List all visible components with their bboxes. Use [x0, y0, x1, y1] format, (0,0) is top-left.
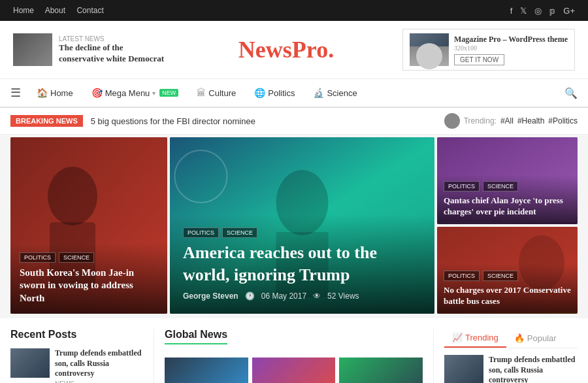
- top-bar: Home About Contact f 𝕏 ◎ 𝕡 G+: [0, 0, 588, 21]
- hero-left-overlay: POLITICS SCIENCE South Korea's Moon Jae-…: [10, 243, 167, 314]
- new-badge: NEW: [159, 89, 178, 97]
- twitter-icon[interactable]: 𝕏: [520, 6, 527, 16]
- nav-science-label: Science: [327, 88, 357, 98]
- nav-home[interactable]: 🏠 Home: [27, 78, 82, 107]
- social-icons: f 𝕏 ◎ 𝕡 G+: [510, 6, 575, 16]
- trending-tag-politics[interactable]: #Politics: [548, 116, 578, 125]
- trend-tabs: 📈 Trending 🔥 Popular: [444, 329, 578, 348]
- trending-tab-icon: 📈: [452, 333, 463, 342]
- nav-science[interactable]: 🔬 Science: [304, 78, 366, 107]
- hamburger-menu[interactable]: ☰: [10, 86, 21, 100]
- trend-item[interactable]: Trump defends embattled son, calls Russi…: [444, 355, 578, 383]
- latest-title: The decline of the conservative white De…: [59, 42, 170, 65]
- recent-thumb: [10, 348, 50, 378]
- latest-label: Latest News: [59, 35, 170, 42]
- nav-mega-label: Mega Menu: [105, 88, 150, 98]
- science-icon: 🔬: [313, 88, 324, 98]
- hero-center-tag-science[interactable]: SCIENCE: [222, 227, 257, 238]
- ad-image: [410, 33, 449, 66]
- global-news-title: Global News: [165, 329, 227, 344]
- hero-right-bottom-title: No charges over 2017 Conservative battle…: [444, 285, 571, 307]
- recent-item-title: Trump defends embattled son, calls Russi…: [55, 348, 143, 379]
- article-views: 52 Views: [327, 291, 359, 301]
- site-logo[interactable]: NewsPro.: [238, 36, 334, 63]
- hero-center-card[interactable]: POLITICS SCIENCE America reaches out to …: [170, 137, 434, 314]
- global-news-images: [165, 358, 423, 383]
- article-author: George Steven: [183, 291, 238, 301]
- trending-tab-label: Trending: [465, 333, 498, 342]
- ad-title: Magazine Pro – WordPress theme: [454, 35, 568, 44]
- ad-text: Magazine Pro – WordPress theme 320x100 G…: [454, 35, 568, 65]
- global-img-2[interactable]: [252, 358, 336, 383]
- hero-right-cards: POLITICS SCIENCE Qantas chief Alan Joyce…: [437, 137, 578, 314]
- nav-contact-link[interactable]: Contact: [76, 6, 103, 15]
- hero-right-bottom-tag-science[interactable]: SCIENCE: [483, 271, 518, 281]
- pinterest-icon[interactable]: 𝕡: [549, 6, 555, 16]
- breaking-text: 5 big questions for the FBI director nom…: [91, 116, 444, 126]
- popular-tab-label: Popular: [527, 333, 557, 343]
- header-ad: Magazine Pro – WordPress theme 320x100 G…: [402, 29, 575, 71]
- hero-center-meta: George Steven 🕐 06 May 2017 👁 52 Views: [183, 291, 421, 301]
- nav-items: 🏠 Home 🎯 Mega Menu ▾ NEW 🏛 Culture 🌐 Pol…: [27, 78, 564, 107]
- recent-item[interactable]: Trump defends embattled son, calls Russi…: [10, 348, 143, 383]
- article-date-icon: 🕐: [245, 291, 255, 301]
- instagram-icon[interactable]: ◎: [534, 6, 542, 16]
- nav-mega-menu[interactable]: 🎯 Mega Menu ▾ NEW: [82, 78, 188, 107]
- tab-trending[interactable]: 📈 Trending: [444, 329, 506, 348]
- hero-center-tags: POLITICS SCIENCE: [183, 227, 421, 238]
- trend-thumb: [444, 355, 483, 383]
- latest-news-box: Latest News The decline of the conservat…: [59, 35, 170, 65]
- trending-bar: Trending: #All #Health #Politics: [444, 113, 578, 129]
- hero-right-bottom-overlay: POLITICS SCIENCE No charges over 2017 Co…: [437, 264, 578, 314]
- hero-right-top-card[interactable]: POLITICS SCIENCE Qantas chief Alan Joyce…: [437, 137, 578, 224]
- trending-tag-health[interactable]: #Health: [517, 116, 544, 125]
- nav-politics-label: Politics: [268, 88, 295, 98]
- search-button[interactable]: 🔍: [564, 87, 578, 99]
- recent-info: Trump defends embattled son, calls Russi…: [55, 348, 143, 383]
- trending-tag-all[interactable]: #All: [500, 116, 514, 125]
- ad-button[interactable]: GET IT NOW: [454, 54, 504, 65]
- hero-section: POLITICS SCIENCE South Korea's Moon Jae-…: [0, 135, 588, 316]
- nav-about-link[interactable]: About: [45, 6, 65, 15]
- culture-icon: 🏛: [197, 88, 206, 98]
- logo-dot: .: [328, 37, 334, 63]
- recent-item-category: NEWS: [55, 380, 143, 383]
- hero-left-title: South Korea's Moon Jae-in sworn in vowin…: [20, 267, 158, 305]
- svg-point-1: [48, 167, 97, 225]
- hero-right-top-tag-politics[interactable]: POLITICS: [444, 181, 480, 192]
- mega-menu-icon: 🎯: [91, 88, 103, 98]
- nav-home-link[interactable]: Home: [13, 6, 34, 15]
- trend-item-title: Trump defends embattled son, calls Russi…: [489, 355, 578, 383]
- facebook-icon[interactable]: f: [510, 6, 513, 16]
- hero-right-top-tags: POLITICS SCIENCE: [444, 181, 571, 192]
- hero-right-top-title: Qantas chief Alan Joyce 'to press charge…: [444, 195, 571, 218]
- nav-politics[interactable]: 🌐 Politics: [245, 78, 304, 107]
- hero-center-title: America reaches out to the world, ignori…: [183, 242, 421, 286]
- nav-culture[interactable]: 🏛 Culture: [188, 78, 245, 107]
- popular-tab-icon: 🔥: [514, 333, 525, 343]
- hero-center-overlay: POLITICS SCIENCE America reaches out to …: [170, 214, 434, 314]
- googleplus-icon[interactable]: G+: [563, 6, 575, 16]
- recent-posts-section: Recent Posts Trump defends embattled son…: [10, 329, 154, 383]
- global-img-3[interactable]: [339, 358, 423, 383]
- article-views-icon: 👁: [313, 291, 321, 301]
- bottom-section: Recent Posts Trump defends embattled son…: [0, 316, 588, 383]
- ad-dimensions: 320x100: [454, 44, 568, 52]
- politics-icon: 🌐: [254, 88, 265, 98]
- hero-right-top-tag-science[interactable]: SCIENCE: [483, 181, 518, 192]
- trend-info: Trump defends embattled son, calls Russi…: [489, 355, 578, 383]
- hero-left-tag-politics[interactable]: POLITICS: [20, 252, 56, 263]
- header-latest: Latest News The decline of the conservat…: [13, 33, 170, 66]
- hero-left-tag-science[interactable]: SCIENCE: [59, 252, 94, 263]
- global-img-1[interactable]: [165, 358, 248, 383]
- trending-label: Trending:: [464, 116, 497, 125]
- logo-text: NewsPro: [238, 37, 328, 63]
- tab-popular[interactable]: 🔥 Popular: [506, 329, 564, 348]
- nav-culture-label: Culture: [208, 88, 236, 98]
- hero-left-card[interactable]: POLITICS SCIENCE South Korea's Moon Jae-…: [10, 137, 167, 314]
- breaking-label: BREAKING NEWS: [10, 115, 83, 127]
- top-bar-links[interactable]: Home About Contact: [13, 6, 113, 15]
- hero-right-bottom-card[interactable]: POLITICS SCIENCE No charges over 2017 Co…: [437, 227, 578, 314]
- hero-right-bottom-tag-politics[interactable]: POLITICS: [444, 271, 480, 281]
- hero-center-tag-politics[interactable]: POLITICS: [183, 227, 219, 238]
